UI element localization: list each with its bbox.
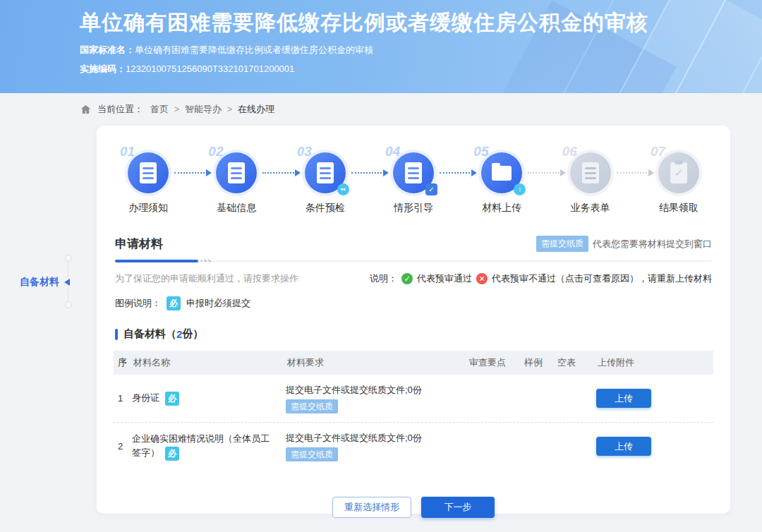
step-indicator: 01 办理须知 02 基础信息 03 •• 条件预检 04 ✓ 情形引导 05 …: [97, 126, 730, 214]
impl-code-value: 12320100751256090T332101701200001: [126, 64, 294, 74]
form-doc-icon: [570, 152, 611, 193]
left-arrow-icon: [64, 279, 70, 286]
breadcrumb-item-online[interactable]: 在线办理: [238, 103, 274, 116]
step-number: 06: [562, 144, 577, 159]
requirement-text: 提交电子文件或提交纸质文件;0份: [286, 384, 468, 397]
apply-materials-header: 申请材料 需提交纸质 代表您需要将材料提交到窗口: [115, 236, 712, 262]
col-name: 材料名称: [132, 356, 286, 369]
fail-text: 代表预审不通过（点击可查看原因），请重新上传材料: [492, 272, 712, 285]
step-label: 业务表单: [571, 202, 610, 214]
material-name-text: 身份证: [132, 392, 159, 403]
step-scenario-guide[interactable]: 04 ✓ 情形引导: [390, 152, 437, 214]
breadcrumb-separator: >: [174, 104, 179, 114]
group-title: 自备材料: [123, 327, 166, 341]
icon-legend-label: 图例说明：: [115, 297, 161, 310]
material-name-text: 企业确实困难情况说明（全体员工签字）: [132, 433, 270, 458]
icon-legend-row: 图例说明： 必 申报时必须提交: [115, 296, 712, 310]
row-index: 2: [114, 441, 132, 452]
step-notice[interactable]: 01 办理须知: [125, 152, 171, 214]
required-badge-icon: 必: [165, 447, 179, 461]
requirement-text: 提交电子文件或提交纸质文件;0份: [286, 432, 468, 445]
step-label: 情形引导: [394, 202, 433, 214]
col-index: 序: [114, 356, 132, 369]
upload-button[interactable]: 上传: [596, 389, 651, 408]
required-badge-icon: 必: [167, 296, 181, 310]
table-row: 2 企业确实困难情况说明（全体员工签字）必 提交电子文件或提交纸质文件;0份 需…: [114, 423, 713, 470]
table-header-row: 序 材料名称 材料要求 审查要点 样例 空表 上传附件: [114, 351, 713, 375]
clipboard-check-icon: ✓: [658, 152, 699, 193]
step-arrow-icon: [617, 172, 653, 174]
step-label: 结果领取: [659, 202, 698, 214]
required-badge-icon: 必: [165, 392, 179, 406]
material-name: 企业确实困难情况说明（全体员工签字）必: [132, 432, 286, 461]
col-review-points: 审查要点: [468, 356, 523, 369]
standard-name-value: 单位确有困难需要降低缴存比例或者缓缴住房公积金的审核: [135, 44, 373, 55]
side-tab-self-materials[interactable]: 自备材料: [20, 276, 70, 289]
col-upload: 上传附件: [596, 356, 713, 369]
upload-button[interactable]: 上传: [596, 437, 651, 456]
pass-text: 代表预审通过: [417, 272, 472, 285]
step-number: 03: [297, 144, 312, 159]
step-arrow-icon: [528, 172, 564, 174]
notice-doc-icon: [128, 152, 169, 193]
main-card: 01 办理须知 02 基础信息 03 •• 条件预检 04 ✓ 情形引导 05 …: [97, 126, 730, 514]
step-label: 条件预检: [306, 202, 345, 214]
step-precheck[interactable]: 03 •• 条件预检: [302, 152, 349, 214]
home-icon[interactable]: [80, 104, 92, 115]
impl-code-label: 实施编码：: [80, 64, 126, 74]
section-title: 申请材料: [115, 236, 163, 252]
step-arrow-icon: [440, 172, 476, 174]
paper-required-badge: 需提交纸质: [536, 236, 588, 252]
step-arrow-icon: [351, 172, 387, 174]
step-arrow-icon: [262, 172, 298, 174]
info-doc-icon: [216, 152, 257, 193]
self-materials-group-title: 自备材料 （ 2 份）: [115, 327, 712, 341]
breadcrumb-item-home[interactable]: 首页: [150, 103, 169, 116]
material-name: 身份证必: [132, 391, 286, 406]
next-step-button[interactable]: 下一步: [421, 497, 495, 518]
step-number: 05: [473, 144, 488, 159]
operation-tip: 为了保证您的申请能顺利通过，请按要求操作: [115, 272, 298, 285]
step-number: 01: [120, 144, 135, 159]
breadcrumb-item-guide[interactable]: 智能导办: [185, 103, 222, 116]
paper-required-badge: 需提交纸质: [286, 399, 338, 413]
breadcrumb: 当前位置： 首页 > 智能导办 > 在线办理: [0, 93, 762, 126]
breadcrumb-label: 当前位置：: [97, 103, 143, 116]
paper-required-note: 代表您需要将材料提交到窗口: [593, 238, 712, 250]
step-material-upload[interactable]: 05 ↑ 材料上传: [478, 152, 525, 214]
material-requirement: 提交电子文件或提交纸质文件;0份 需提交纸质: [286, 384, 468, 413]
blue-bar-icon: [115, 329, 118, 340]
footer-actions: 重新选择情形 下一步: [97, 497, 730, 518]
reselect-scenario-button[interactable]: 重新选择情形: [332, 497, 411, 518]
guide-doc-check-icon: ✓: [393, 152, 434, 193]
step-arrow-icon: [174, 172, 210, 174]
group-count-close: 份）: [182, 327, 203, 341]
material-requirement: 提交电子文件或提交纸质文件;0份 需提交纸质: [286, 432, 468, 461]
fail-cross-icon[interactable]: ✕: [476, 273, 488, 284]
standard-name-line: 国家标准名：单位确有困难需要降低缴存比例或者缓缴住房公积金的审核: [80, 44, 648, 56]
col-requirement: 材料要求: [286, 356, 468, 369]
table-row: 1 身份证必 提交电子文件或提交纸质文件;0份 需提交纸质 上传: [114, 375, 713, 423]
group-count-open: （: [166, 327, 176, 341]
step-number: 02: [208, 144, 223, 159]
step-result-pickup[interactable]: 07 ✓ 结果领取: [655, 152, 702, 214]
materials-table: 序 材料名称 材料要求 审查要点 样例 空表 上传附件 1 身份证必 提交电子文…: [114, 351, 713, 470]
step-business-form[interactable]: 06 业务表单: [567, 152, 614, 214]
row-index: 1: [114, 393, 132, 404]
pass-check-icon: ✓: [401, 273, 413, 284]
col-sample: 样例: [523, 356, 556, 369]
breadcrumb-separator: >: [227, 104, 232, 114]
step-basic-info[interactable]: 02 基础信息: [213, 152, 260, 214]
page-title: 单位确有困难需要降低缴存比例或者缓缴住房公积金的审核: [80, 8, 648, 37]
step-number: 07: [651, 144, 665, 159]
standard-name-label: 国家标准名：: [80, 44, 135, 55]
required-note: 申报时必须提交: [186, 297, 250, 310]
tip-row: 为了保证您的申请能顺利通过，请按要求操作 说明： ✓ 代表预审通过 ✕ 代表预审…: [115, 272, 712, 285]
step-label: 基础信息: [217, 202, 256, 214]
step-number: 04: [385, 144, 400, 159]
col-blank-form: 空表: [556, 356, 596, 369]
side-tab-label: 自备材料: [20, 276, 59, 289]
legend-label: 说明：: [370, 272, 397, 285]
impl-code-line: 实施编码：12320100751256090T332101701200001: [80, 63, 648, 75]
paper-required-badge: 需提交纸质: [286, 447, 338, 461]
